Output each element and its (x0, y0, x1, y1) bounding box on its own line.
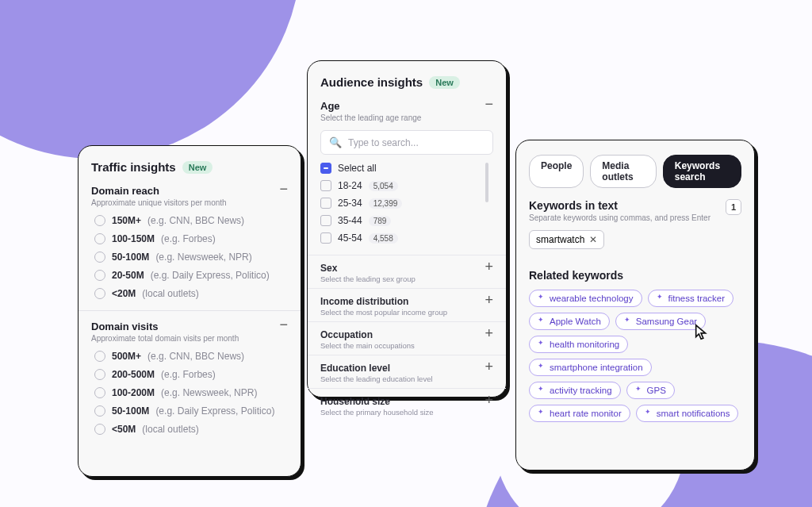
panel-subtitle: Separate keywords using commas, and pres… (529, 213, 710, 222)
section-title: Domain visits (91, 321, 239, 332)
checkbox-indeterminate[interactable] (320, 163, 331, 174)
collapsed-section[interactable]: SexSelect the leading sex group+ (308, 255, 506, 288)
domain-visits-options: 500M+ (e.g. CNN, BBC News) 200-500M (e.g… (91, 351, 288, 435)
sparkle-icon (538, 317, 546, 325)
sparkle-icon (538, 340, 546, 348)
keyword-chip[interactable]: health monitoring (529, 336, 628, 353)
keyword-chip[interactable]: smartphone integration (529, 359, 652, 376)
sparkle-icon (538, 294, 546, 302)
keywords-card: People Media outlets Keywords search Key… (515, 140, 755, 471)
radio-option[interactable]: 20-50M (e.g. Daily Express, Politico) (94, 270, 288, 281)
collapse-icon[interactable]: − (279, 321, 288, 328)
audience-insights-card: Audience insights New Age Select the lea… (307, 60, 507, 398)
age-option[interactable]: 45-544,558 (320, 232, 488, 244)
radio-option[interactable]: 100-200M (e.g. Newsweek, NPR) (94, 387, 288, 398)
section-subtitle: Approximate total domain visits per mont… (91, 334, 239, 343)
token-text: smartwatch (536, 234, 584, 245)
domain-reach-section: Domain reach Approximate unique visitors… (91, 185, 288, 299)
tab-keywords-search[interactable]: Keywords search (663, 155, 741, 188)
expand-icon[interactable]: + (485, 263, 493, 271)
card-title: Audience insights (320, 75, 423, 89)
section-subtitle: Approximate unique visitors per month (91, 198, 227, 207)
keyword-chip[interactable]: wearable technology (529, 290, 642, 307)
age-options: Select all 18-245,054 25-3412,399 35-447… (320, 163, 493, 244)
traffic-insights-card: Traffic insights New Domain reach Approx… (78, 145, 301, 477)
radio-option[interactable]: 150M+ (e.g. CNN, BBC News) (94, 215, 288, 226)
keywords-count-badge: 1 (726, 199, 741, 215)
related-keywords-chips: wearable technology fitness tracker Appl… (529, 290, 741, 422)
sparkle-icon (538, 409, 546, 417)
card-title: Traffic insights (91, 160, 176, 174)
age-section: Age Select the leading age range − 🔍 Typ… (320, 100, 493, 244)
keyword-chip[interactable]: GPS (626, 382, 675, 399)
new-badge: New (429, 76, 460, 89)
keyword-token[interactable]: smartwatch ✕ (529, 230, 604, 249)
collapsed-section[interactable]: OccupationSelect the main occupations+ (308, 321, 506, 355)
age-option[interactable]: 18-245,054 (320, 180, 488, 191)
radio-option[interactable]: 50-100M (e.g. Newsweek, NPR) (94, 252, 288, 263)
expand-icon[interactable]: + (485, 296, 493, 304)
tab-media[interactable]: Media outlets (590, 155, 656, 188)
search-input[interactable]: 🔍 Type to search... (320, 130, 493, 155)
keyword-chip[interactable]: smart notifications (636, 405, 739, 422)
domain-reach-options: 150M+ (e.g. CNN, BBC News) 100-150M (e.g… (91, 215, 288, 299)
collapse-icon[interactable]: − (279, 185, 288, 193)
radio-option[interactable]: 500M+ (e.g. CNN, BBC News) (94, 351, 288, 362)
card-header: Audience insights New (320, 75, 493, 89)
section-title: Age (320, 100, 421, 112)
sparkle-icon (657, 294, 665, 302)
radio-option[interactable]: <20M (local outlets) (94, 288, 288, 299)
tabs: People Media outlets Keywords search (529, 155, 741, 188)
cursor-icon (693, 324, 710, 341)
domain-visits-section: Domain visits Approximate total domain v… (91, 321, 288, 435)
expand-icon[interactable]: + (485, 329, 493, 337)
expand-icon[interactable]: + (485, 396, 493, 404)
keywords-in-text-panel: Keywords in text Separate keywords using… (529, 199, 741, 255)
sparkle-icon (645, 409, 653, 417)
radio-option[interactable]: <50M (local outlets) (94, 424, 288, 435)
collapsed-section[interactable]: Income distributionSelect the most popul… (308, 288, 506, 321)
section-subtitle: Select the leading age range (320, 113, 421, 122)
bg-blob (0, 0, 301, 159)
radio-option[interactable]: 200-500M (e.g. Forbes) (94, 369, 288, 380)
collapsed-sections: SexSelect the leading sex group+ Income … (308, 255, 506, 421)
radio-option[interactable]: 50-100M (e.g. Daily Express, Politico) (94, 405, 288, 417)
sparkle-icon (624, 317, 632, 325)
tab-people[interactable]: People (529, 155, 584, 188)
keyword-chip[interactable]: Samsung Gear (615, 313, 706, 330)
select-all-row[interactable]: Select all (320, 163, 488, 174)
scrollbar[interactable] (485, 163, 488, 202)
collapse-icon[interactable]: − (485, 100, 493, 108)
divider (79, 310, 301, 311)
related-keywords-title: Related keywords (529, 269, 741, 282)
sparkle-icon (635, 386, 643, 394)
keyword-chip[interactable]: Apple Watch (529, 313, 610, 330)
close-icon[interactable]: ✕ (589, 234, 597, 245)
sparkle-icon (538, 363, 546, 371)
age-option[interactable]: 35-44789 (320, 215, 488, 226)
keyword-chip[interactable]: activity tracking (529, 382, 621, 399)
keyword-chip[interactable]: fitness tracker (648, 290, 734, 307)
collapsed-section[interactable]: Household sizeSelect the primary househo… (308, 388, 506, 421)
new-badge: New (182, 161, 213, 174)
panel-title: Keywords in text (529, 199, 710, 212)
expand-icon[interactable]: + (485, 363, 493, 371)
age-option[interactable]: 25-3412,399 (320, 198, 488, 209)
radio-option[interactable]: 100-150M (e.g. Forbes) (94, 233, 288, 244)
search-icon: 🔍 (329, 136, 342, 148)
card-header: Traffic insights New (91, 160, 288, 174)
collapsed-section[interactable]: Education levelSelect the leading educat… (308, 355, 506, 388)
section-title: Domain reach (91, 185, 227, 197)
keyword-chip[interactable]: heart rate monitor (529, 405, 630, 422)
search-placeholder: Type to search... (348, 137, 419, 148)
sparkle-icon (538, 386, 546, 394)
